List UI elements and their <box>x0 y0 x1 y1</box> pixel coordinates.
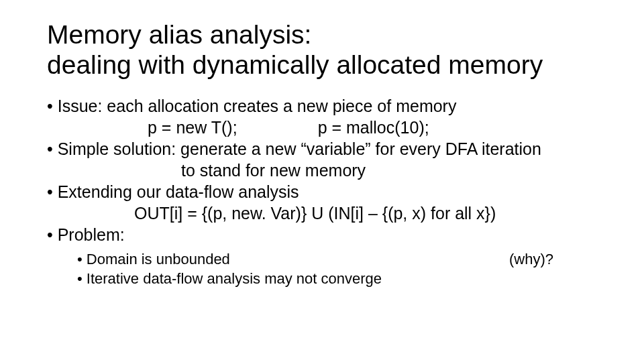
sub-bullet-list: • Domain is unbounded (why)? • Iterative… <box>47 249 597 289</box>
bullet-simple-solution: • Simple solution: generate a new “varia… <box>47 138 597 160</box>
sub-bullet-iterative: • Iterative data-flow analysis may not c… <box>77 269 597 289</box>
code-examples: p = new T();p = malloc(10); <box>47 117 597 138</box>
slide: Memory alias analysis: dealing with dyna… <box>0 0 644 362</box>
bullet-issue: • Issue: each allocation creates a new p… <box>47 95 597 117</box>
formula-out-in: OUT[i] = {(p, new. Var)} U (IN[i] – {(p,… <box>47 202 597 224</box>
title-line-1: Memory alias analysis: <box>47 20 311 49</box>
bullet-extending: • Extending our data-flow analysis <box>47 181 597 202</box>
aside-why: (why)? <box>509 249 594 269</box>
code-malloc: p = malloc(10); <box>318 118 429 137</box>
bullet-simple-solution-cont: to stand for new memory <box>47 160 597 181</box>
code-new-t: p = new T(); <box>148 118 237 137</box>
slide-title: Memory alias analysis: dealing with dyna… <box>47 20 597 80</box>
sub-bullet-domain-row: • Domain is unbounded (why)? <box>77 249 594 269</box>
bullet-problem: • Problem: <box>47 224 597 245</box>
slide-body: • Issue: each allocation creates a new p… <box>47 95 597 289</box>
sub-bullet-domain: • Domain is unbounded <box>77 249 230 269</box>
title-line-2: dealing with dynamically allocated memor… <box>47 50 543 79</box>
